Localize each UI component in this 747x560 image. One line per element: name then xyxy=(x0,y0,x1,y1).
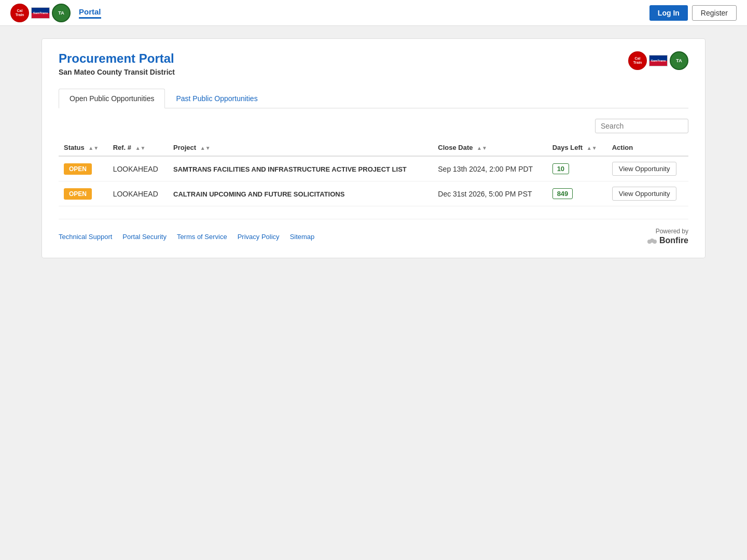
view-opportunity-button[interactable]: View Opportunity xyxy=(612,187,677,201)
status-badge: OPEN xyxy=(64,163,92,175)
caltrain-logo: CalTrain xyxy=(10,4,29,22)
tabs-container: Open Public Opportunities Past Public Op… xyxy=(59,89,688,108)
portal-footer: Technical SupportPortal SecurityTerms of… xyxy=(59,219,688,245)
col-status[interactable]: Status ▲▼ xyxy=(59,139,108,156)
table-row: OPEN LOOKAHEAD SAMTRANS FACILITIES AND I… xyxy=(59,156,688,181)
header-caltrain-logo: CalTrain xyxy=(628,51,647,70)
cell-ref-1: LOOKAHEAD xyxy=(108,181,168,206)
cell-days-left-1: 849 xyxy=(547,181,607,206)
days-badge: 849 xyxy=(552,188,573,199)
cell-close-date-1: Dec 31st 2026, 5:00 PM PST xyxy=(433,181,547,206)
sort-days-icon[interactable]: ▲▼ xyxy=(587,145,597,151)
portal-card: Procurement Portal San Mateo County Tran… xyxy=(42,38,706,258)
col-close-date[interactable]: Close Date ▲▼ xyxy=(433,139,547,156)
cell-close-date-0: Sep 13th 2024, 2:00 PM PDT xyxy=(433,156,547,181)
cell-project-1: CALTRAIN UPCOMING AND FUTURE SOLICITATIO… xyxy=(168,181,433,206)
table-toolbar xyxy=(59,119,688,133)
ta-logo: TA xyxy=(52,4,71,22)
portal-header: Procurement Portal San Mateo County Tran… xyxy=(59,51,688,76)
bonfire-logo: Bonfire xyxy=(647,236,688,245)
main-wrapper: Procurement Portal San Mateo County Tran… xyxy=(0,26,747,271)
sort-project-icon[interactable]: ▲▼ xyxy=(200,145,211,151)
footer-link-portal-security[interactable]: Portal Security xyxy=(122,233,167,241)
footer-link-terms-of-service[interactable]: Terms of Service xyxy=(177,233,227,241)
cell-status-0: OPEN xyxy=(59,156,108,181)
table-header-row: Status ▲▼ Ref. # ▲▼ Project ▲▼ Close Dat… xyxy=(59,139,688,156)
powered-by: Powered by Bonfire xyxy=(647,228,688,245)
opportunities-table: Status ▲▼ Ref. # ▲▼ Project ▲▼ Close Dat… xyxy=(59,139,688,206)
col-action: Action xyxy=(607,139,688,156)
footer-link-sitemap[interactable]: Sitemap xyxy=(290,233,315,241)
cell-ref-0: LOOKAHEAD xyxy=(108,156,168,181)
cell-days-left-0: 10 xyxy=(547,156,607,181)
login-button[interactable]: Log In xyxy=(649,5,688,21)
cell-action-0: View Opportunity xyxy=(607,156,688,181)
nav-logos: CalTrain SamTrans TA xyxy=(10,4,71,22)
col-ref[interactable]: Ref. # ▲▼ xyxy=(108,139,168,156)
samtrans-logo: SamTrans xyxy=(31,7,50,19)
view-opportunity-button[interactable]: View Opportunity xyxy=(612,162,677,176)
sort-status-icon[interactable]: ▲▼ xyxy=(88,145,99,151)
svg-point-2 xyxy=(653,240,657,244)
col-days-left[interactable]: Days Left ▲▼ xyxy=(547,139,607,156)
header-logos: CalTrain SamTrans TA xyxy=(628,51,688,70)
bonfire-icon xyxy=(647,236,657,245)
cell-action-1: View Opportunity xyxy=(607,181,688,206)
footer-link-technical-support[interactable]: Technical Support xyxy=(59,233,112,241)
header-ta-logo: TA xyxy=(670,51,688,70)
cell-project-0: SAMTRANS FACILITIES AND INFRASTRUCTURE A… xyxy=(168,156,433,181)
sort-ref-icon[interactable]: ▲▼ xyxy=(135,145,146,151)
top-navbar: CalTrain SamTrans TA Portal Log In Regis… xyxy=(0,0,747,26)
portal-subtitle: San Mateo County Transit District xyxy=(59,68,175,76)
tab-open-opportunities[interactable]: Open Public Opportunities xyxy=(59,89,165,108)
col-project[interactable]: Project ▲▼ xyxy=(168,139,433,156)
portal-nav-link[interactable]: Portal xyxy=(79,7,101,19)
portal-title-block: Procurement Portal San Mateo County Tran… xyxy=(59,51,175,76)
sort-close-date-icon[interactable]: ▲▼ xyxy=(477,145,487,151)
search-input[interactable] xyxy=(595,119,688,133)
footer-links: Technical SupportPortal SecurityTerms of… xyxy=(59,233,314,241)
portal-title: Procurement Portal xyxy=(59,51,175,66)
status-badge: OPEN xyxy=(64,188,92,200)
cell-status-1: OPEN xyxy=(59,181,108,206)
tab-past-opportunities[interactable]: Past Public Opportunities xyxy=(165,89,268,108)
header-samtrans-logo: SamTrans xyxy=(649,55,668,66)
footer-link-privacy-policy[interactable]: Privacy Policy xyxy=(238,233,280,241)
table-row: OPEN LOOKAHEAD CALTRAIN UPCOMING AND FUT… xyxy=(59,181,688,206)
nav-right-buttons: Log In Register xyxy=(649,5,737,21)
register-button[interactable]: Register xyxy=(692,5,737,21)
days-badge: 10 xyxy=(552,163,569,174)
